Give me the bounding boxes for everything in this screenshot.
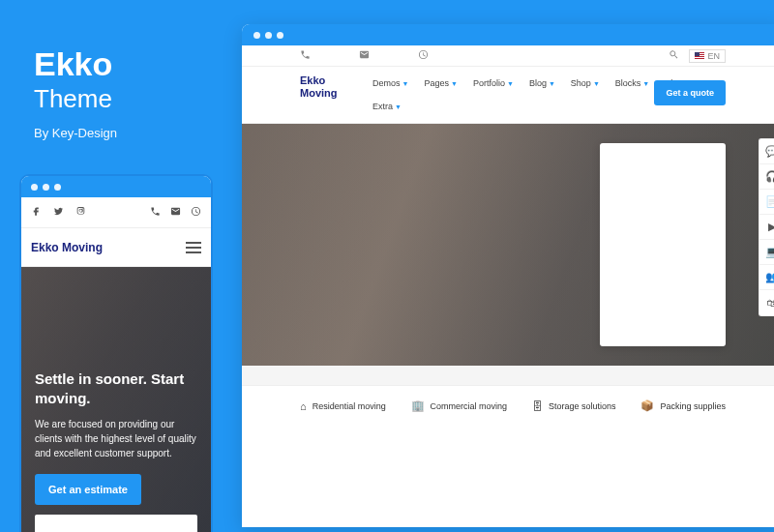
mobile-nav: Ekko Moving (21, 228, 211, 267)
hero-heading: Settle in sooner. Start moving. (35, 369, 197, 407)
box-icon: 📦 (640, 399, 654, 412)
mobile-topbar (21, 197, 211, 228)
side-widget-bar: 💬 🎧 📄 ▶ 💻 👥 🛍 (759, 138, 774, 316)
flag-icon (695, 52, 704, 59)
window-dot (54, 184, 61, 191)
desktop-hero: 💬 🎧 📄 ▶ 💻 👥 🛍 (242, 124, 774, 366)
mobile-window-bar (21, 176, 211, 197)
email-icon[interactable] (170, 206, 181, 219)
estimate-button[interactable]: Get an estimate (35, 474, 141, 505)
nav-blog[interactable]: Blog▼ (529, 74, 555, 92)
mobile-logo[interactable]: Ekko Moving (31, 241, 103, 254)
theme-author: By Key-Design (34, 126, 117, 140)
cart-icon[interactable]: 🛍 (759, 290, 774, 315)
phone-icon[interactable] (300, 49, 311, 62)
nav-pages[interactable]: Pages▼ (424, 74, 457, 92)
home-icon: ⌂ (300, 400, 307, 412)
window-dot (31, 184, 38, 191)
twitter-icon[interactable] (53, 206, 64, 219)
theme-subtitle: Theme (34, 84, 117, 114)
building-icon: 🏢 (411, 399, 425, 412)
hero-text: We are focused on providing our clients … (35, 417, 197, 460)
desktop-logo[interactable]: Ekko Moving (300, 74, 353, 100)
window-dot (277, 32, 283, 39)
mobile-hero: Settle in sooner. Start moving. We are f… (21, 267, 211, 532)
mobile-card-peek (35, 515, 197, 532)
mobile-preview: Ekko Moving Settle in sooner. Start movi… (19, 174, 213, 532)
services-bar: ⌂Residential moving 🏢Commercial moving 🗄… (242, 385, 774, 426)
desktop-topbar: EN (242, 45, 774, 67)
service-residential[interactable]: ⌂Residential moving (300, 399, 386, 412)
facebook-icon[interactable] (31, 206, 42, 219)
spacer (242, 366, 774, 385)
nav-portfolio[interactable]: Portfolio▼ (473, 74, 514, 92)
video-icon[interactable]: ▶ (759, 215, 774, 240)
phone-icon[interactable] (150, 206, 161, 219)
nav-demos[interactable]: Demos▼ (372, 74, 408, 92)
nav-blocks[interactable]: Blocks▼ (615, 74, 649, 92)
chat-icon[interactable]: 💬 (759, 139, 774, 164)
desktop-window-bar (242, 24, 774, 45)
email-icon[interactable] (359, 49, 370, 62)
headset-icon[interactable]: 🎧 (759, 164, 774, 190)
docs-icon[interactable]: 📄 (759, 190, 774, 215)
storage-icon: 🗄 (532, 400, 543, 412)
theme-name: Ekko (34, 46, 117, 82)
clock-icon[interactable] (191, 206, 201, 219)
hamburger-icon[interactable] (186, 242, 201, 253)
window-dot (43, 184, 49, 191)
service-storage[interactable]: 🗄Storage solutions (532, 399, 616, 412)
promo-title: Ekko Theme By Key-Design (34, 46, 117, 140)
hero-form-card[interactable] (600, 143, 726, 346)
service-commercial[interactable]: 🏢Commercial moving (411, 399, 508, 412)
search-icon[interactable] (669, 49, 679, 62)
language-selector[interactable]: EN (689, 49, 726, 63)
laptop-icon[interactable]: 💻 (759, 240, 774, 265)
quote-button[interactable]: Get a quote (654, 80, 726, 105)
community-icon[interactable]: 👥 (759, 265, 774, 290)
instagram-icon[interactable] (75, 206, 86, 219)
window-dot (253, 32, 260, 39)
window-dot (265, 32, 272, 39)
desktop-preview: EN Ekko Moving Demos▼ Pages▼ Portfolio▼ … (242, 24, 774, 527)
nav-extra[interactable]: Extra▼ (372, 98, 402, 115)
service-packing[interactable]: 📦Packing supplies (640, 399, 726, 412)
nav-shop[interactable]: Shop▼ (571, 74, 600, 92)
clock-icon[interactable] (418, 49, 429, 62)
desktop-nav: Ekko Moving Demos▼ Pages▼ Portfolio▼ Blo… (242, 67, 774, 124)
